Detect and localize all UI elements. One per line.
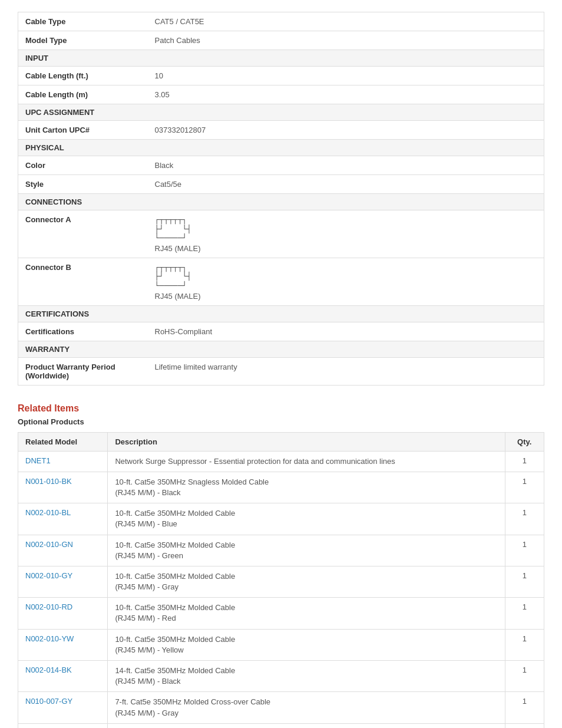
table-row: DNET1Network Surge Suppressor - Essentia… [18,451,544,472]
model-link[interactable]: N002-010-YW [25,634,74,643]
model-link[interactable]: N001-010-BK [25,477,72,486]
spec-value: CAT5 / CAT5E [148,12,544,31]
spec-label: Model Type [18,31,148,50]
table-row: N010-007-GY7-ft. Cat5e 350MHz Molded Cro… [18,692,544,723]
table-row: N002-010-RD10-ft. Cat5e 350MHz Molded Ca… [18,598,544,629]
related-model-cell[interactable]: N002-010-RD [18,598,108,629]
qty-cell: 1 [505,692,544,723]
spec-value: Lifetime limited warranty [148,357,544,385]
spec-value: RoHS-Compliant [148,322,544,341]
description-cell: 10-ft. Cat5e 350MHz Molded Cable(RJ45 M/… [108,503,505,535]
table-header-related-model: Related Model [18,432,108,451]
qty-cell: 1 [505,566,544,597]
table-header-description: Description [108,432,505,451]
table-row: N002-010-BL10-ft. Cat5e 350MHz Molded Ca… [18,503,544,535]
related-model-cell[interactable]: N002-010-GY [18,566,108,597]
related-items-section: Related Items Optional Products Related … [18,403,544,728]
spec-label: Connector A [18,210,148,258]
table-row: N002-014-BK14-ft. Cat5e 350MHz Molded Ca… [18,661,544,692]
model-link[interactable]: N010-007-GY [25,697,72,706]
related-items-table: Related ModelDescriptionQty. DNET1Networ… [18,432,544,728]
related-model-cell[interactable]: N010-007-GY [18,692,108,723]
spec-label: Cable Type [18,12,148,31]
spec-value: Patch Cables [148,31,544,50]
table-row: N022-01K-GY1000-ft. Cat5e 350MHz Bulk So… [18,723,544,728]
description-cell: 10-ft. Cat5e 350MHz Molded Cable(RJ45 M/… [108,566,505,597]
qty-cell: 1 [505,723,544,728]
related-model-cell[interactable]: N001-010-BK [18,472,108,503]
table-row: N002-010-GY10-ft. Cat5e 350MHz Molded Ca… [18,566,544,597]
spec-value: 3.05 [148,85,544,104]
qty-cell: 1 [505,503,544,535]
model-link[interactable]: N002-014-BK [25,666,72,674]
section-header-certifications: CERTIFICATIONS [18,305,544,322]
model-link[interactable]: DNET1 [25,456,51,465]
description-cell: 10-ft. Cat5e 350MHz Molded Cable(RJ45 M/… [108,535,505,566]
related-model-cell[interactable]: DNET1 [18,451,108,472]
section-header-upc-assignment: UPC ASSIGNMENT [18,104,544,121]
model-link[interactable]: N002-010-BL [25,508,71,517]
related-model-cell[interactable]: N002-014-BK [18,661,108,692]
related-model-cell[interactable]: N002-010-BL [18,503,108,535]
qty-cell: 1 [505,472,544,503]
connector-value: ┌┬┬┬┬┬┐ ├┘ └┤ └─────┘ RJ45 (MALE) [148,210,544,258]
description-cell: 7-ft. Cat5e 350MHz Molded Cross-over Cab… [108,692,505,723]
spec-label: Cable Length (m) [18,85,148,104]
spec-value: Black [148,156,544,175]
qty-cell: 1 [505,451,544,472]
related-model-cell[interactable]: N002-010-GN [18,535,108,566]
connector-value: ┌┬┬┬┬┬┐ ├┘ └┤ └─────┘ RJ45 (MALE) [148,258,544,305]
qty-cell: 1 [505,629,544,660]
related-items-title: Related Items [18,403,544,414]
model-link[interactable]: N002-010-GN [25,540,73,549]
qty-cell: 1 [505,535,544,566]
spec-label: Product Warranty Period (Worldwide) [18,357,148,385]
spec-label: Unit Carton UPC# [18,121,148,140]
section-header-physical: PHYSICAL [18,140,544,156]
table-row: N002-010-GN10-ft. Cat5e 350MHz Molded Ca… [18,535,544,566]
model-link[interactable]: N002-010-GY [25,571,72,580]
spec-value: 037332012807 [148,121,544,140]
related-model-cell[interactable]: N022-01K-GY [18,723,108,728]
related-model-cell[interactable]: N002-010-YW [18,629,108,660]
spec-label: Cable Length (ft.) [18,67,148,85]
section-header-connections: CONNECTIONS [18,194,544,210]
table-row: N001-010-BK10-ft. Cat5e 350MHz Snagless … [18,472,544,503]
table-header-qty: Qty. [505,432,544,451]
description-cell: 1000-ft. Cat5e 350MHz Bulk Solid-core PV… [108,723,505,728]
section-header-input: INPUT [18,50,544,67]
spec-label: Certifications [18,322,148,341]
qty-cell: 1 [505,661,544,692]
spec-label: Style [18,175,148,194]
description-cell: 14-ft. Cat5e 350MHz Molded Cable(RJ45 M/… [108,661,505,692]
spec-label: Color [18,156,148,175]
qty-cell: 1 [505,598,544,629]
table-row: N002-010-YW10-ft. Cat5e 350MHz Molded Ca… [18,629,544,660]
description-cell: 10-ft. Cat5e 350MHz Molded Cable(RJ45 M/… [108,629,505,660]
spec-value: 10 [148,67,544,85]
section-header-warranty: WARRANTY [18,341,544,357]
spec-label: Connector B [18,258,148,305]
description-cell: Network Surge Suppressor - Essential pro… [108,451,505,472]
spec-value: Cat5/5e [148,175,544,194]
specs-table: Cable TypeCAT5 / CAT5EModel TypePatch Ca… [18,12,544,386]
optional-products-label: Optional Products [18,417,544,426]
description-cell: 10-ft. Cat5e 350MHz Molded Cable(RJ45 M/… [108,598,505,629]
model-link[interactable]: N002-010-RD [25,602,72,611]
description-cell: 10-ft. Cat5e 350MHz Snagless Molded Cabl… [108,472,505,503]
